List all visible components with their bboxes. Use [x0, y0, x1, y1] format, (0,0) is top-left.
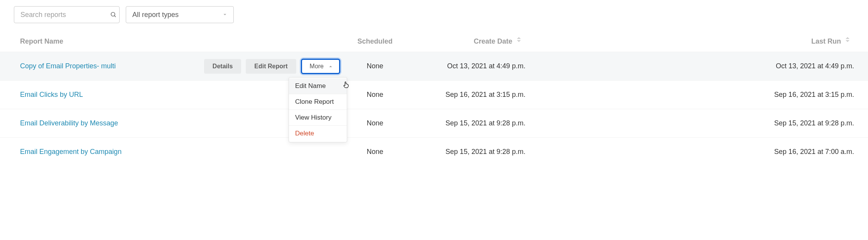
caret-up-icon: [328, 64, 333, 69]
cell-create-date: Sep 15, 2021 at 9:28 p.m.: [410, 119, 525, 127]
filters-bar: All report types: [0, 6, 868, 31]
report-type-selected: All report types: [132, 11, 179, 19]
col-last-run[interactable]: Last Run: [525, 37, 854, 46]
table-row[interactable]: Email Clicks by URL None Sep 16, 2021 at…: [0, 80, 868, 109]
report-link[interactable]: Copy of Email Properties- multi: [20, 62, 198, 70]
cell-last-run: Sep 15, 2021 at 9:28 p.m.: [525, 119, 854, 127]
table-header: Report Name Scheduled Create Date Last R…: [0, 31, 868, 52]
reports-table: Report Name Scheduled Create Date Last R…: [0, 31, 868, 166]
svg-line-1: [114, 15, 116, 17]
edit-report-button[interactable]: Edit Report: [246, 59, 296, 74]
cell-scheduled: None: [340, 148, 410, 156]
menu-edit-name[interactable]: Edit Name: [289, 78, 347, 94]
search-input-wrap[interactable]: [14, 6, 120, 23]
cell-scheduled: None: [340, 91, 410, 99]
menu-delete[interactable]: Delete: [289, 125, 347, 141]
menu-clone-report[interactable]: Clone Report: [289, 94, 347, 110]
search-icon[interactable]: [110, 11, 117, 18]
cell-create-date: Sep 16, 2021 at 3:15 p.m.: [410, 91, 525, 99]
cell-scheduled: None: [340, 119, 410, 127]
col-report-name: Report Name: [20, 37, 340, 46]
col-create-date[interactable]: Create Date: [410, 37, 525, 46]
table-row[interactable]: Copy of Email Properties- multi Details …: [0, 52, 868, 80]
sort-icon: [843, 39, 854, 43]
chevron-down-icon: [223, 12, 227, 17]
cell-scheduled: None: [340, 62, 410, 70]
svg-point-0: [111, 12, 115, 16]
cell-last-run: Sep 16, 2021 at 7:00 a.m.: [525, 148, 854, 156]
table-row[interactable]: Email Deliverability by Message None Sep…: [0, 109, 868, 137]
more-button[interactable]: More: [301, 59, 340, 74]
details-button[interactable]: Details: [204, 59, 241, 74]
cell-last-run: Oct 13, 2021 at 4:49 p.m.: [525, 62, 854, 70]
report-link[interactable]: Email Engagement by Campaign: [20, 148, 340, 156]
table-row[interactable]: Email Engagement by Campaign None Sep 15…: [0, 137, 868, 166]
col-scheduled: Scheduled: [340, 37, 410, 46]
cell-create-date: Sep 15, 2021 at 9:28 p.m.: [410, 148, 525, 156]
cell-create-date: Oct 13, 2021 at 4:49 p.m.: [410, 62, 525, 70]
menu-view-history[interactable]: View History: [289, 110, 347, 125]
row-actions: Details Edit Report More Edit Name Clone…: [204, 59, 340, 74]
more-dropdown: Edit Name Clone Report View History Dele…: [289, 77, 347, 142]
cell-last-run: Sep 16, 2021 at 3:15 p.m.: [525, 91, 854, 99]
sort-icon: [515, 39, 525, 43]
search-input[interactable]: [20, 11, 110, 19]
report-type-select[interactable]: All report types: [126, 6, 234, 23]
